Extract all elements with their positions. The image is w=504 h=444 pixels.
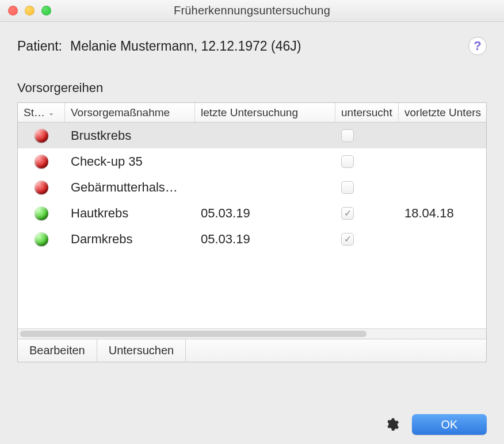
edit-button-label: Bearbeiten [29, 344, 85, 357]
column-header-checked[interactable]: untersucht [335, 103, 399, 122]
cell-checked [335, 129, 399, 142]
table-header: St… ⌄ Vorsorgemaßnahme letzte Untersuchu… [18, 103, 486, 123]
table-row[interactable]: Hautkrebs05.03.19✓18.04.18 [18, 200, 486, 226]
cell-name: Gebärmutterhals… [65, 180, 195, 195]
help-button[interactable]: ? [468, 37, 487, 55]
chevron-down-icon: ⌄ [48, 109, 54, 117]
cell-name-text: Brustkrebs [71, 128, 131, 143]
column-header-status-label: St… [24, 106, 45, 119]
table-row[interactable]: Gebärmutterhals… [18, 174, 486, 200]
cell-name: Hautkrebs [65, 206, 195, 221]
cell-status [18, 155, 65, 169]
column-header-last-label: letzte Untersuchung [201, 106, 298, 119]
settings-button[interactable] [383, 416, 400, 433]
horizontal-scrollbar[interactable] [18, 328, 486, 339]
column-header-name[interactable]: Vorsorgemaßnahme [65, 103, 195, 122]
ok-button-label: OK [441, 418, 458, 431]
cell-prev-exam: 18.04.18 [399, 206, 486, 221]
ok-button[interactable]: OK [412, 414, 487, 435]
examined-checkbox[interactable] [341, 129, 354, 142]
cell-checked: ✓ [335, 233, 399, 246]
section-label: Vorsorgereihen [17, 81, 487, 95]
cell-name-text: Gebärmutterhals… [71, 180, 178, 195]
minimize-icon[interactable] [25, 6, 35, 16]
table-body: BrustkrebsCheck-up 35Gebärmutterhals…Hau… [18, 123, 486, 328]
cell-checked [335, 181, 399, 194]
table-row[interactable]: Brustkrebs [18, 123, 486, 148]
cell-last-exam-text: 05.03.19 [201, 232, 250, 247]
examined-checkbox[interactable]: ✓ [341, 233, 354, 246]
screening-table: St… ⌄ Vorsorgemaßnahme letzte Untersuchu… [17, 102, 487, 362]
column-header-last-exam[interactable]: letzte Untersuchung [195, 103, 335, 122]
table-footer: Bearbeiten Untersuchen [18, 339, 486, 362]
cell-checked: ✓ [335, 207, 399, 220]
cell-status [18, 129, 65, 143]
cell-last-exam-text: 05.03.19 [201, 206, 250, 221]
cell-status [18, 181, 65, 194]
examine-button[interactable]: Untersuchen [97, 339, 186, 362]
column-header-checked-label: untersucht [341, 106, 392, 119]
status-red-icon [35, 129, 48, 143]
gear-icon [384, 417, 399, 432]
close-icon[interactable] [8, 6, 18, 16]
content-area: Patient: Melanie Mustermann, 12.12.1972 … [0, 22, 504, 362]
patient-value: Melanie Mustermann, 12.12.1972 (46J) [70, 39, 301, 54]
cell-last-exam: 05.03.19 [195, 206, 335, 221]
patient-line: Patient: Melanie Mustermann, 12.12.1972 … [17, 37, 487, 55]
cell-name-text: Darmkrebs [71, 232, 133, 247]
table-row[interactable]: Darmkrebs05.03.19✓ [18, 226, 486, 252]
examine-button-label: Untersuchen [109, 344, 174, 357]
cell-prev-exam-text: 18.04.18 [404, 206, 454, 221]
patient-info: Patient: Melanie Mustermann, 12.12.1972 … [17, 39, 301, 54]
column-header-status[interactable]: St… ⌄ [18, 103, 65, 122]
status-red-icon [35, 181, 48, 194]
status-green-icon [35, 206, 48, 220]
status-red-icon [35, 155, 48, 169]
examined-checkbox[interactable] [341, 181, 354, 194]
cell-last-exam: 05.03.19 [195, 232, 335, 247]
horizontal-scrollbar-thumb[interactable] [20, 331, 366, 337]
column-header-prev-exam[interactable]: vorletzte Unters [399, 103, 486, 122]
status-green-icon [35, 232, 48, 246]
cell-name-text: Hautkrebs [71, 206, 128, 221]
cell-name: Check-up 35 [65, 154, 195, 169]
table-row[interactable]: Check-up 35 [18, 148, 486, 174]
examined-checkbox[interactable] [341, 155, 354, 168]
patient-label: Patient: [17, 39, 62, 54]
cell-status [18, 232, 65, 246]
bottom-bar: OK [17, 414, 487, 435]
cell-checked [335, 155, 399, 168]
window-title: Früherkennungsuntersuchung [0, 4, 504, 17]
column-header-prev-label: vorletzte Unters [404, 106, 481, 119]
cell-name-text: Check-up 35 [71, 154, 143, 169]
cell-status [18, 206, 65, 220]
column-header-name-label: Vorsorgemaßnahme [71, 106, 170, 119]
zoom-icon[interactable] [41, 6, 51, 16]
help-icon: ? [474, 39, 481, 53]
cell-name: Darmkrebs [65, 232, 195, 247]
cell-name: Brustkrebs [65, 128, 195, 143]
titlebar: Früherkennungsuntersuchung [0, 0, 504, 22]
edit-button[interactable]: Bearbeiten [18, 339, 97, 362]
examined-checkbox[interactable]: ✓ [341, 207, 354, 220]
traffic-lights [8, 6, 51, 16]
